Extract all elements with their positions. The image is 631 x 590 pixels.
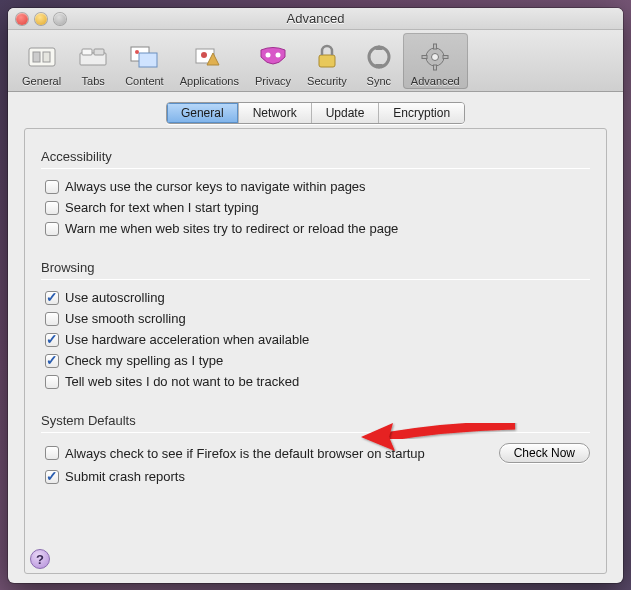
checkbox-label[interactable]: Always use the cursor keys to navigate w… xyxy=(65,179,366,194)
checkbox-do-not-track[interactable] xyxy=(45,375,59,389)
checkbox-search-text[interactable] xyxy=(45,201,59,215)
svg-point-10 xyxy=(201,52,207,58)
svg-point-11 xyxy=(266,52,271,57)
panel-wrap: General Network Update Encryption Access… xyxy=(8,92,623,588)
check-now-button[interactable]: Check Now xyxy=(499,443,590,463)
svg-rect-5 xyxy=(94,49,104,55)
section-title-defaults: System Defaults xyxy=(41,413,590,428)
titlebar[interactable]: Advanced xyxy=(8,8,623,30)
svg-rect-20 xyxy=(443,55,448,58)
advanced-general-panel: Accessibility Always use the cursor keys… xyxy=(24,128,607,574)
checkbox-default-browser[interactable] xyxy=(45,446,59,460)
divider xyxy=(41,432,590,433)
checkbox-crash-reports[interactable] xyxy=(45,470,59,484)
toolbar-label: Privacy xyxy=(255,75,291,87)
checkbox-warn-redirect[interactable] xyxy=(45,222,59,236)
lock-icon xyxy=(311,41,343,73)
checkbox-label[interactable]: Use hardware acceleration when available xyxy=(65,332,309,347)
checkbox-label[interactable]: Use autoscrolling xyxy=(65,290,165,305)
toolbar-label: General xyxy=(22,75,61,87)
tab-update[interactable]: Update xyxy=(312,103,380,123)
gear-icon xyxy=(419,41,451,73)
toolbar-label: Advanced xyxy=(411,75,460,87)
checkbox-label[interactable]: Warn me when web sites try to redirect o… xyxy=(65,221,398,236)
switch-icon xyxy=(26,41,58,73)
svg-point-12 xyxy=(276,52,281,57)
toolbar-tabs[interactable]: Tabs xyxy=(69,33,117,89)
divider xyxy=(41,279,590,280)
question-icon: ? xyxy=(36,552,44,567)
toolbar-privacy[interactable]: Privacy xyxy=(247,33,299,89)
svg-rect-4 xyxy=(82,49,92,55)
checkbox-label[interactable]: Always check to see if Firefox is the de… xyxy=(65,446,425,461)
tab-label: Update xyxy=(326,106,365,120)
toolbar-advanced[interactable]: Advanced xyxy=(403,33,468,89)
preferences-window: Advanced General Tabs Content Applicatio… xyxy=(8,8,623,583)
toolbar-general[interactable]: General xyxy=(14,33,69,89)
checkbox-label[interactable]: Check my spelling as I type xyxy=(65,353,223,368)
applications-icon xyxy=(193,41,225,73)
svg-rect-7 xyxy=(139,53,157,67)
subtabs: General Network Update Encryption xyxy=(24,102,607,124)
checkbox-label[interactable]: Submit crash reports xyxy=(65,469,185,484)
help-button[interactable]: ? xyxy=(30,549,50,569)
svg-rect-2 xyxy=(43,52,50,62)
divider xyxy=(41,168,590,169)
svg-rect-13 xyxy=(319,55,335,67)
toolbar-label: Applications xyxy=(180,75,239,87)
checkbox-label[interactable]: Search for text when I start typing xyxy=(65,200,259,215)
sync-icon xyxy=(363,41,395,73)
toolbar: General Tabs Content Applications Privac… xyxy=(8,30,623,92)
svg-rect-18 xyxy=(434,65,437,70)
tabs-icon xyxy=(77,41,109,73)
window-title: Advanced xyxy=(8,11,623,26)
toolbar-label: Content xyxy=(125,75,164,87)
checkbox-spellcheck[interactable] xyxy=(45,354,59,368)
toolbar-security[interactable]: Security xyxy=(299,33,355,89)
tab-network[interactable]: Network xyxy=(239,103,312,123)
checkbox-autoscroll[interactable] xyxy=(45,291,59,305)
tab-label: Encryption xyxy=(393,106,450,120)
checkbox-label[interactable]: Use smooth scrolling xyxy=(65,311,186,326)
svg-rect-1 xyxy=(33,52,40,62)
toolbar-label: Tabs xyxy=(82,75,105,87)
svg-rect-19 xyxy=(422,55,427,58)
toolbar-content[interactable]: Content xyxy=(117,33,172,89)
tab-encryption[interactable]: Encryption xyxy=(379,103,464,123)
checkbox-label[interactable]: Tell web sites I do not want to be track… xyxy=(65,374,299,389)
svg-point-16 xyxy=(432,53,439,60)
toolbar-label: Sync xyxy=(367,75,391,87)
toolbar-label: Security xyxy=(307,75,347,87)
tab-label: Network xyxy=(253,106,297,120)
section-title-browsing: Browsing xyxy=(41,260,590,275)
tab-general[interactable]: General xyxy=(167,103,239,123)
svg-rect-17 xyxy=(434,44,437,49)
content-icon xyxy=(128,41,160,73)
section-title-accessibility: Accessibility xyxy=(41,149,590,164)
checkbox-hw-accel[interactable] xyxy=(45,333,59,347)
mask-icon xyxy=(257,41,289,73)
checkbox-smooth-scroll[interactable] xyxy=(45,312,59,326)
toolbar-sync[interactable]: Sync xyxy=(355,33,403,89)
tab-label: General xyxy=(181,106,224,120)
toolbar-applications[interactable]: Applications xyxy=(172,33,247,89)
checkbox-cursor-keys[interactable] xyxy=(45,180,59,194)
svg-point-8 xyxy=(135,50,139,54)
